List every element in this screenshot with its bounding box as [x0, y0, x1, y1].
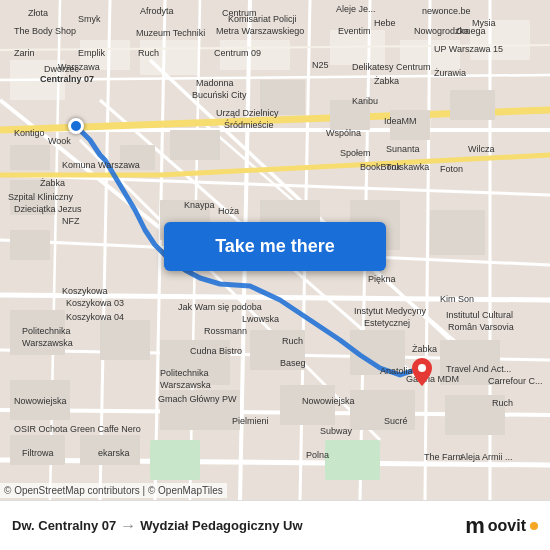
svg-rect-39: [170, 130, 220, 160]
svg-rect-8: [470, 20, 530, 60]
svg-rect-40: [260, 80, 305, 115]
moovit-m-letter: m: [465, 513, 485, 539]
bottom-bar: Dw. Centralny 07 → Wydział Pedagogiczny …: [0, 500, 550, 550]
svg-rect-50: [160, 340, 230, 385]
destination-marker: [412, 358, 432, 386]
svg-rect-41: [330, 100, 370, 130]
svg-rect-49: [100, 320, 150, 360]
origin-marker: [68, 118, 84, 134]
svg-rect-57: [350, 390, 415, 430]
svg-rect-56: [280, 385, 335, 425]
map-container: Złota Smyk Afrodyta Centrum Aleje Je... …: [0, 0, 550, 500]
moovit-wordmark: oovit: [488, 517, 526, 535]
svg-rect-42: [390, 110, 430, 140]
bottom-left-section: Dw. Centralny 07 → Wydział Pedagogiczny …: [12, 517, 465, 535]
destination-station: Wydział Pedagogiczny Uw: [140, 518, 302, 533]
svg-rect-55: [160, 390, 240, 430]
svg-rect-62: [150, 440, 200, 480]
svg-rect-5: [220, 40, 290, 70]
svg-rect-38: [120, 145, 155, 170]
svg-rect-58: [445, 395, 505, 435]
take-me-there-button[interactable]: Take me there: [164, 222, 386, 271]
moovit-dot: [530, 522, 538, 530]
svg-rect-4: [140, 40, 200, 75]
origin-station: Dw. Centralny 07: [12, 518, 116, 533]
direction-arrow: →: [120, 517, 136, 535]
svg-rect-53: [440, 340, 500, 385]
svg-rect-59: [10, 435, 65, 465]
svg-rect-60: [80, 435, 140, 465]
svg-rect-61: [325, 440, 380, 480]
svg-point-63: [418, 364, 426, 372]
svg-rect-51: [250, 330, 305, 370]
svg-rect-37: [10, 230, 50, 260]
svg-rect-3: [80, 40, 130, 70]
svg-rect-52: [350, 330, 405, 375]
svg-rect-48: [10, 310, 65, 355]
svg-rect-54: [10, 380, 70, 420]
map-attribution: © OpenStreetMap contributors | © OpenMap…: [0, 483, 227, 498]
svg-rect-35: [10, 145, 50, 170]
moovit-logo-section: m oovit: [465, 513, 538, 539]
svg-rect-47: [430, 210, 485, 255]
moovit-logo: m oovit: [465, 513, 538, 539]
svg-rect-43: [450, 90, 495, 120]
svg-rect-36: [10, 180, 55, 215]
